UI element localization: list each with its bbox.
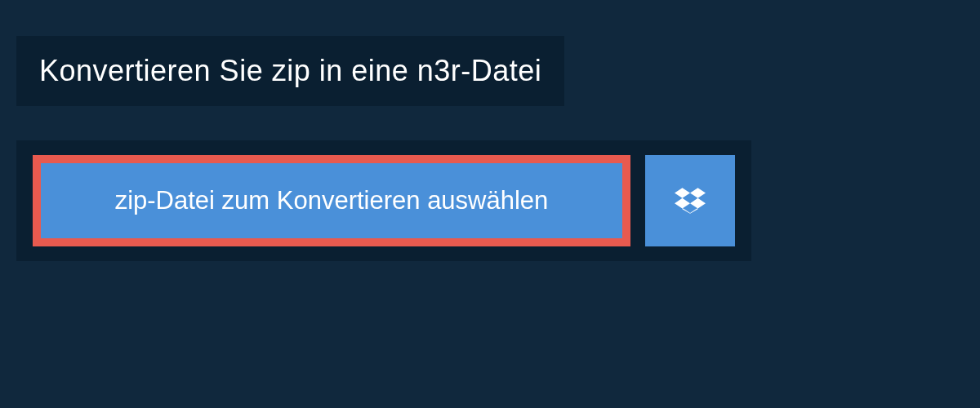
dropbox-button[interactable] — [645, 155, 735, 246]
select-file-button[interactable]: zip-Datei zum Konvertieren auswählen — [33, 155, 630, 246]
select-file-label: zip-Datei zum Konvertieren auswählen — [115, 186, 549, 215]
page-title: Konvertieren Sie zip in eine n3r-Datei — [39, 54, 541, 88]
header-bar: Konvertieren Sie zip in eine n3r-Datei — [16, 36, 564, 106]
dropbox-icon — [675, 185, 706, 216]
upload-section: zip-Datei zum Konvertieren auswählen — [16, 140, 751, 261]
